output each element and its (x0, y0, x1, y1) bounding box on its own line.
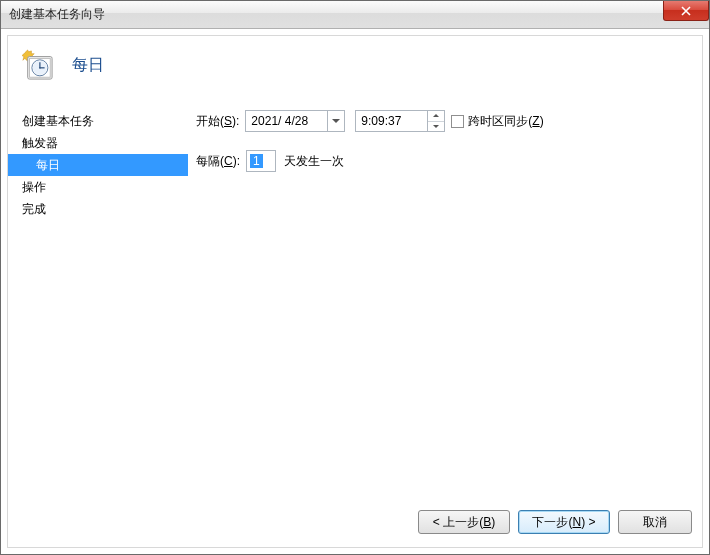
window-title: 创建基本任务向导 (9, 6, 105, 23)
close-icon (680, 6, 692, 16)
interval-input[interactable]: 1 (246, 150, 276, 172)
header-area: 每日 (8, 36, 702, 110)
spin-down-icon[interactable] (428, 121, 444, 132)
wizard-nav: 创建基本任务 触发器 每日 操作 完成 (8, 110, 188, 497)
nav-item-trigger[interactable]: 触发器 (8, 132, 188, 154)
form-area: 开始(S): 2021/ 4/28 9:09:37 (188, 110, 702, 497)
clock-icon (22, 48, 54, 82)
nav-item-create[interactable]: 创建基本任务 (8, 110, 188, 132)
sync-tz-label: 跨时区同步(Z) (468, 113, 543, 130)
cancel-button[interactable]: 取消 (618, 510, 692, 534)
close-button[interactable] (663, 1, 709, 21)
date-value: 2021/ 4/28 (251, 114, 308, 128)
sync-tz-checkbox[interactable] (451, 115, 464, 128)
body: 每日 创建基本任务 触发器 每日 操作 完成 开始(S): 2021/ 4/28 (1, 29, 709, 554)
page-title: 每日 (72, 55, 104, 76)
date-picker[interactable]: 2021/ 4/28 (245, 110, 345, 132)
time-value: 9:09:37 (361, 114, 427, 128)
spin-up-icon[interactable] (428, 111, 444, 121)
next-button[interactable]: 下一步(N) > (518, 510, 610, 534)
inner-frame: 每日 创建基本任务 触发器 每日 操作 完成 开始(S): 2021/ 4/28 (7, 35, 703, 548)
nav-item-daily[interactable]: 每日 (8, 154, 188, 176)
svg-point-6 (39, 67, 41, 69)
start-label: 开始(S): (196, 113, 239, 130)
footer: < 上一步(B) 下一步(N) > 取消 (8, 497, 702, 547)
interval-unit: 天发生一次 (284, 153, 344, 170)
interval-label: 每隔(C): (196, 153, 240, 170)
interval-value: 1 (250, 154, 263, 168)
nav-item-finish[interactable]: 完成 (8, 198, 188, 220)
dropdown-icon (327, 111, 344, 131)
back-button[interactable]: < 上一步(B) (418, 510, 510, 534)
row-interval: 每隔(C): 1 天发生一次 (196, 150, 694, 172)
time-spinner[interactable] (427, 111, 444, 131)
nav-item-action[interactable]: 操作 (8, 176, 188, 198)
titlebar: 创建基本任务向导 (1, 1, 709, 29)
content-area: 创建基本任务 触发器 每日 操作 完成 开始(S): 2021/ 4/28 (8, 110, 702, 497)
row-start: 开始(S): 2021/ 4/28 9:09:37 (196, 110, 694, 132)
time-picker[interactable]: 9:09:37 (355, 110, 445, 132)
wizard-window: 创建基本任务向导 每日 (0, 0, 710, 555)
